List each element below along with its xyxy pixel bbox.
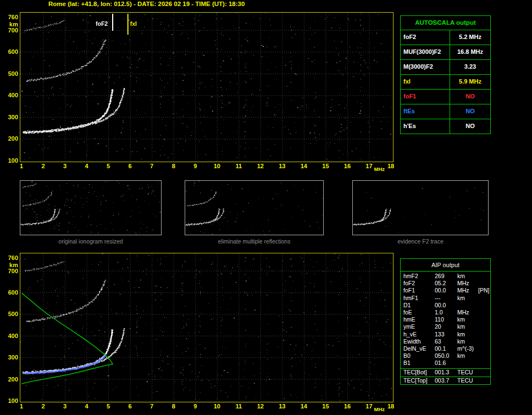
top-x-tick-11: 11 [231,163,246,169]
aip-label: TEC[Top] [403,377,435,385]
aip-value: --- [435,295,457,302]
top-x-tick-8: 8 [167,163,181,169]
autoscala-param-value: NO [450,104,490,119]
top-y-tick-400: 400 [2,92,18,98]
aip-extra [478,302,490,309]
aip-row-ewidth: Ewidth63km [401,338,490,345]
bottom-y-unit-label: km [2,262,18,268]
top-x-tick-12: 12 [253,163,268,169]
bottom-x-tick-1: 1 [14,403,29,410]
autoscala-row-m3000f2: M(3000)F23.23 [401,60,490,75]
autoscala-param-name: MUF(3000)F2 [401,45,450,59]
autoscala-row-muf3000f2: MUF(3000)F216.8 MHz [401,45,490,60]
aip-unit: TECU [457,377,478,385]
aip-extra: [PN] [478,287,490,294]
autoscala-param-value: 3.23 [450,60,490,74]
aip-row-b0: B0050.0km [401,352,490,359]
aip-label: B0 [403,352,435,359]
aip-row-hmf2: hmF2269km [401,273,490,280]
aip-value: 01.6 [435,359,457,367]
bottom-x-tick-5: 5 [101,403,115,410]
bottom-x-tick-16: 16 [340,403,354,410]
station-date-title: Rome (lat: +41.8, lon: 012.5) - DATE: 20… [48,1,245,7]
aip-label: TEC[Bot] [403,369,435,377]
bottom-y-tick-600: 600 [2,289,18,296]
aip-value: 63 [435,338,457,345]
thumbnail-caption-original: original ionogram resized [20,238,162,245]
aip-label: hmF1 [403,295,435,302]
thumbnail-caption-evidence: evidence F2 trace [352,238,489,245]
aip-unit [457,359,478,367]
top-x-unit-label: MHz [374,166,385,172]
aip-row-hme: hmE110km [401,316,490,323]
aip-row-tectop: TEC[Top]003.7TECU [401,377,490,385]
top-x-tick-16: 16 [340,163,354,169]
aip-extra [478,273,490,280]
top-y-unit-label: km [2,21,18,27]
aip-unit: km [457,323,478,330]
aip-unit: MHz [457,287,478,294]
thumbnail-original-canvas [20,181,161,235]
aip-rows: hmF2269kmfoF205.2MHzfoF100.0MHz[PN]hmF1-… [401,272,490,368]
bottom-y-tick-300: 300 [2,354,18,361]
top-x-tick-2: 2 [36,163,51,169]
autoscala-param-name: foF2 [401,30,450,45]
thumbnail-evidence-f2 [352,180,489,235]
aip-row-fof2: foF205.2MHz [401,280,490,287]
aip-table-title: AIP output [401,259,490,272]
top-x-tick-3: 3 [58,163,72,169]
aip-unit: km [457,295,478,302]
top-y-tick-600: 600 [2,48,18,55]
bottom-x-tick-10: 10 [210,403,224,410]
bottom-x-tick-4: 4 [80,403,94,410]
aip-value: 001.3 [435,369,457,377]
aip-value: 1.0 [435,309,457,316]
aip-row-hve: h_vE133km [401,331,490,338]
ionogram-main-plot: foF2 fxI [20,12,394,162]
aip-unit [457,302,478,309]
aip-unit: km [457,316,478,323]
top-x-tick-18: 18 [384,163,398,169]
aip-unit: TECU [457,369,478,377]
bottom-x-tick-15: 15 [318,403,332,410]
aip-extra [478,323,490,330]
aip-label: ymE [403,323,435,330]
bottom-x-tick-3: 3 [58,403,72,410]
autoscala-param-value: 16.8 MHz [450,45,490,59]
aip-row-yme: ymE20km [401,323,490,330]
aip-extra [478,338,490,345]
aip-unit: km [457,331,478,338]
autoscala-param-value: NO [450,90,490,104]
top-x-tick-9: 9 [188,163,202,169]
bottom-x-tick-7: 7 [145,403,159,410]
aip-row-b1: B101.6 [401,359,490,367]
autoscala-output-table: AUTOSCALA output foF25.2 MHzMUF(3000)F21… [400,15,491,134]
thumbnail-eliminate-canvas [185,181,323,235]
aip-label: foF1 [403,287,435,294]
bottom-y-tick-200: 200 [2,376,18,383]
thumbnail-evidence-canvas [353,181,488,235]
autoscala-row-ftes: ftEsNO [401,104,490,119]
aip-unit: m^(-3) [457,345,478,352]
autoscala-param-name: fxI [401,75,450,89]
aip-value: 00.0 [435,287,457,294]
ionogram-profile-plot [20,253,394,402]
top-x-tick-6: 6 [123,163,137,169]
aip-extra [478,345,490,352]
autoscala-param-value: 5.9 MHz [450,75,490,89]
top-y-tick-760: 760 [2,14,18,20]
bottom-x-tick-2: 2 [36,403,51,410]
aip-row-delnve: DelN_vE00.1m^(-3) [401,345,490,352]
autoscala-row-fof1: foF1NO [401,90,490,104]
aip-label: D1 [403,302,435,309]
aip-extra [478,316,490,323]
aip-label: DelN_vE [403,345,435,352]
ionogram-profile-canvas [20,253,392,401]
autoscala-param-value: 5.2 MHz [450,30,490,45]
bottom-x-tick-18: 18 [384,403,398,410]
thumbnail-eliminate-reflections [185,180,324,235]
bottom-y-tick-400: 400 [2,333,18,339]
autoscala-row-fof2: foF25.2 MHz [401,30,490,45]
aip-value: 003.7 [435,377,457,385]
aip-label: Ewidth [403,338,435,345]
